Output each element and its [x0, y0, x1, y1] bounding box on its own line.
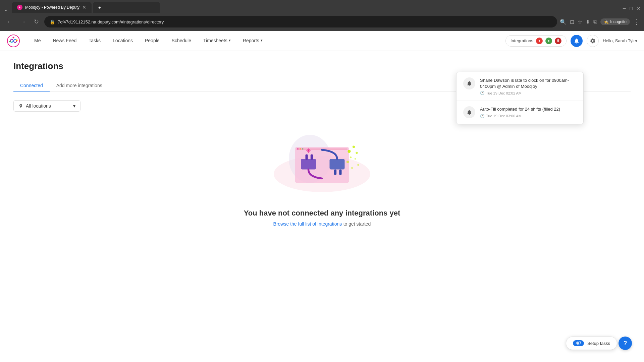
- nav-items: Me News Feed Tasks Locations People Sche…: [28, 31, 505, 51]
- menu-icon[interactable]: ⋮: [633, 18, 640, 26]
- nav-schedule[interactable]: Schedule: [166, 31, 197, 51]
- incognito-badge: 🕵 Incognito: [600, 18, 630, 25]
- nav-locations[interactable]: Locations: [107, 31, 139, 51]
- help-btn[interactable]: ?: [619, 337, 632, 350]
- empty-cta-suffix: to get started: [343, 221, 371, 227]
- svg-rect-11: [301, 159, 316, 170]
- svg-rect-12: [306, 155, 308, 160]
- svg-point-25: [351, 167, 353, 169]
- extensions-icon[interactable]: ⧉: [593, 19, 597, 25]
- browse-integrations-link[interactable]: Browse the full list of integrations: [273, 221, 342, 227]
- empty-title: You have not connected any integrations …: [244, 209, 400, 218]
- nav-timesheets[interactable]: Timesheets: [197, 31, 237, 51]
- int-dot-red: ●: [536, 38, 543, 44]
- location-select[interactable]: All locations ▾: [13, 100, 80, 112]
- notif-item-0[interactable]: Shane Dawson is late to clock on for 090…: [457, 72, 583, 101]
- close-window-btn[interactable]: ✕: [637, 6, 641, 11]
- notif-bell-icon-1: [463, 106, 475, 118]
- notif-time-0: 🕐 Tue 19 Dec 02:02 AM: [480, 91, 577, 95]
- browser-toolbar: ← → ↻ 🔒 7cf47d19112152.na.deputy.com/#in…: [0, 13, 644, 31]
- integrations-label: Integrations: [511, 38, 533, 43]
- empty-state: ✳: [13, 112, 631, 240]
- svg-rect-13: [311, 155, 313, 160]
- dropdown-arrow: ▾: [73, 103, 75, 109]
- cast-icon[interactable]: ⊡: [570, 19, 574, 25]
- help-icon: ?: [624, 340, 627, 347]
- svg-point-22: [355, 158, 356, 160]
- notif-content-1: Auto-Fill completed for 24 shifts (fille…: [480, 106, 577, 118]
- main-content: Integrations Connected Add more integrat…: [0, 51, 644, 362]
- tab-connected[interactable]: Connected: [13, 79, 50, 92]
- notif-item-1[interactable]: Auto-Fill completed for 24 shifts (fille…: [457, 101, 583, 124]
- svg-point-2: [16, 39, 18, 41]
- new-tab-icon: +: [98, 5, 101, 10]
- svg-point-10: [302, 148, 304, 150]
- svg-rect-17: [339, 170, 341, 175]
- notif-text-0: Shane Dawson is late to clock on for 090…: [480, 77, 577, 89]
- integrations-btn[interactable]: Integrations ● ● 9: [505, 35, 567, 47]
- settings-btn[interactable]: [587, 35, 599, 47]
- svg-point-23: [346, 161, 349, 163]
- page-title: Integrations: [13, 61, 631, 71]
- setup-progress: 4/7: [573, 340, 584, 346]
- notif-bell-icon-0: [463, 77, 475, 89]
- svg-point-21: [350, 157, 352, 158]
- app-logo[interactable]: [7, 34, 20, 48]
- toolbar-actions: 🔍 ⊡ ☆ ⬇ ⧉ 🕵 Incognito ⋮: [560, 18, 640, 26]
- tab-nav-btn[interactable]: ⌄: [3, 5, 8, 13]
- browser-chrome: ⌄ ✦ Moodjoy - Powered By Deputy ✕ + – □ …: [0, 0, 644, 31]
- search-icon[interactable]: 🔍: [560, 19, 567, 25]
- new-tab-btn[interactable]: +: [93, 2, 160, 13]
- empty-illustration: ✳: [262, 125, 382, 199]
- notifications-btn[interactable]: [571, 35, 583, 47]
- nav-people[interactable]: People: [139, 31, 166, 51]
- svg-point-9: [300, 148, 301, 150]
- browser-tabs: ⌄ ✦ Moodjoy - Powered By Deputy ✕ + – □ …: [0, 0, 644, 13]
- svg-point-8: [297, 148, 299, 150]
- clock-icon-1: 🕐: [480, 114, 485, 118]
- download-icon[interactable]: ⬇: [586, 19, 590, 25]
- svg-point-3: [9, 41, 11, 42]
- int-dot-darkred: 9: [555, 38, 561, 44]
- incognito-label: Incognito: [610, 19, 627, 24]
- setup-label: Setup tasks: [587, 341, 610, 346]
- incognito-icon: 🕵: [604, 19, 609, 24]
- app: Me News Feed Tasks Locations People Sche…: [0, 31, 644, 362]
- bookmark-icon[interactable]: ☆: [578, 19, 582, 25]
- svg-rect-16: [334, 170, 336, 175]
- location-label: All locations: [26, 103, 70, 109]
- tab-close-btn[interactable]: ✕: [82, 5, 86, 10]
- back-btn[interactable]: ←: [4, 16, 15, 27]
- notification-panel: Shane Dawson is late to clock on for 090…: [456, 72, 584, 124]
- clock-icon-0: 🕐: [480, 91, 485, 95]
- svg-point-19: [353, 145, 355, 148]
- top-nav: Me News Feed Tasks Locations People Sche…: [0, 31, 644, 51]
- url-text: 7cf47d19112152.na.deputy.com/#integratio…: [58, 19, 164, 24]
- forward-btn[interactable]: →: [17, 16, 28, 27]
- reload-btn[interactable]: ↻: [31, 16, 42, 27]
- setup-tasks-btn[interactable]: 4/7 Setup tasks: [566, 337, 617, 350]
- nav-reports[interactable]: Reports: [237, 31, 269, 51]
- int-dot-green: ●: [545, 38, 552, 44]
- notif-time-1: 🕐 Tue 19 Dec 03:00 AM: [480, 114, 577, 118]
- nav-right: Integrations ● ● 9 Hello, Sarah Tyler: [505, 35, 637, 47]
- svg-point-24: [357, 164, 359, 166]
- svg-text:✳: ✳: [306, 147, 311, 154]
- browser-tab-active[interactable]: ✦ Moodjoy - Powered By Deputy ✕: [12, 2, 92, 13]
- nav-tasks[interactable]: Tasks: [83, 31, 107, 51]
- address-bar[interactable]: 🔒 7cf47d19112152.na.deputy.com/#integrat…: [44, 16, 557, 27]
- user-greeting: Hello, Sarah Tyler: [603, 38, 637, 43]
- tab-title: Moodjoy - Powered By Deputy: [25, 5, 79, 10]
- svg-point-1: [13, 37, 14, 38]
- tab-favicon: ✦: [17, 5, 22, 10]
- maximize-btn[interactable]: □: [630, 6, 633, 11]
- svg-point-18: [348, 150, 351, 153]
- tab-add-more[interactable]: Add more integrations: [50, 79, 109, 92]
- minimize-btn[interactable]: –: [623, 5, 626, 11]
- notif-content-0: Shane Dawson is late to clock on for 090…: [480, 77, 577, 95]
- svg-point-20: [356, 152, 358, 154]
- nav-newsfeed[interactable]: News Feed: [47, 31, 83, 51]
- notif-text-1: Auto-Fill completed for 24 shifts (fille…: [480, 106, 577, 112]
- nav-me[interactable]: Me: [28, 31, 47, 51]
- svg-rect-15: [330, 159, 345, 170]
